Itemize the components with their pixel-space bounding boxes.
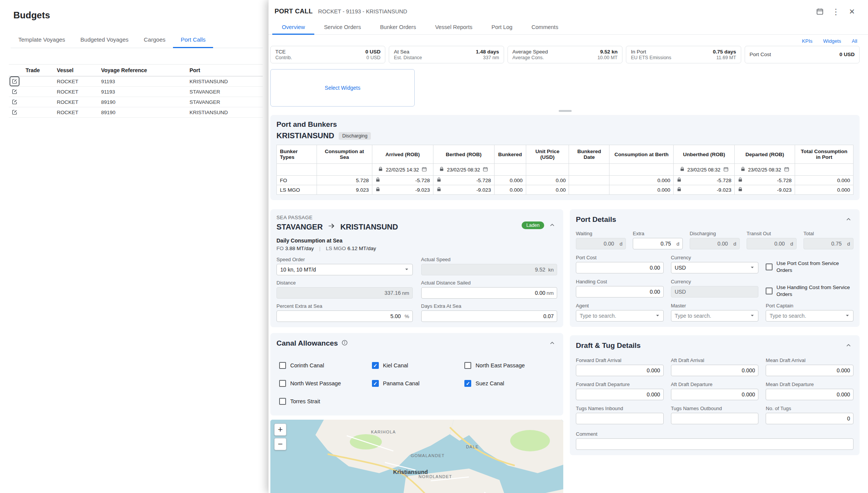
currency-select[interactable]: USD: [671, 262, 759, 273]
kebab-menu-icon[interactable]: ⋮: [831, 6, 841, 17]
info-icon[interactable]: [341, 339, 348, 348]
arrived-datetime[interactable]: 22/02/25 14:32: [372, 164, 433, 176]
tab-cargoes[interactable]: Cargoes: [136, 31, 173, 48]
calendar-icon[interactable]: [422, 166, 427, 173]
forward-draft-arrival-input[interactable]: [576, 365, 664, 376]
checkbox-panama-canal[interactable]: Panama Canal: [372, 380, 465, 387]
kpi-in-port: In Port0.75 days EU ETS Emissions11.69 M…: [626, 46, 741, 63]
arrow-right-icon: [327, 222, 336, 232]
table-row[interactable]: ROCKET 91193 KRISTIANSUND: [9, 76, 263, 87]
zoom-in-button[interactable]: +: [274, 423, 286, 436]
departed-datetime[interactable]: 23/02/25 08:32: [735, 164, 795, 176]
zoom-out-button[interactable]: −: [274, 438, 286, 450]
link-widgets[interactable]: Widgets: [823, 38, 841, 44]
discharging-input[interactable]: [690, 238, 740, 249]
checkbox-kiel-canal[interactable]: Kiel Canal: [372, 362, 465, 369]
table-row[interactable]: ROCKET 91193 STAVANGER: [9, 87, 263, 97]
tab-port-log[interactable]: Port Log: [482, 20, 522, 34]
aft-draft-departure-input[interactable]: [671, 389, 759, 400]
aft-draft-arrival-input[interactable]: [671, 365, 759, 376]
kpi-cards: TCE0 USD Contrib.0 USD At Sea1.48 days E…: [270, 46, 860, 63]
actual-distance-sailed-input[interactable]: [421, 287, 558, 299]
kpi-average-speed: Average Speed9.52 kn Average Cons.10.00 …: [508, 46, 622, 63]
table-row[interactable]: ROCKET 89190 KRISTIANSUND: [9, 107, 263, 118]
tugs-names-outbound-input[interactable]: [671, 413, 759, 424]
speed-order-select[interactable]: 10 kn, 10 MT/d: [276, 264, 413, 275]
master-select[interactable]: Type to search.: [671, 310, 759, 322]
forward-draft-departure-input[interactable]: [576, 389, 664, 400]
lock-icon: [375, 187, 380, 193]
from-port: STAVANGER: [276, 223, 323, 231]
tab-overview[interactable]: Overview: [272, 20, 314, 34]
calendar-icon[interactable]: [723, 166, 729, 173]
collapse-chevron-icon[interactable]: [547, 338, 557, 348]
handling-cost-input[interactable]: [576, 286, 664, 297]
checkbox-corinth-canal[interactable]: Corinth Canal: [279, 362, 372, 369]
close-icon[interactable]: ✕: [847, 6, 857, 17]
tab-budgeted-voyages[interactable]: Budgeted Voyages: [73, 31, 136, 48]
mean-draft-departure-input[interactable]: [766, 389, 853, 400]
edit-icon[interactable]: [10, 98, 19, 106]
collapse-chevron-icon[interactable]: [844, 215, 853, 225]
berthed-datetime[interactable]: 23/02/25 08:32: [433, 164, 494, 176]
edit-icon[interactable]: [10, 108, 19, 116]
lock-icon: [378, 166, 383, 173]
tab-template-voyages[interactable]: Template Voyages: [11, 31, 73, 48]
bunker-row-lsmgo: LS MGO 9.023 -9.023 -9.023 0.000 0.00 0.…: [277, 185, 853, 195]
section-title: Draft & Tug Details: [576, 341, 641, 350]
tab-bunker-orders[interactable]: Bunker Orders: [370, 20, 425, 34]
tab-vessel-reports[interactable]: Vessel Reports: [425, 20, 482, 34]
link-kpis[interactable]: KPIs: [802, 38, 812, 44]
total-input[interactable]: [803, 238, 853, 249]
checkbox-north-east-passage[interactable]: North East Passage: [464, 362, 557, 369]
drawer-resize-handle[interactable]: [559, 110, 572, 112]
use-port-cost-checkbox[interactable]: Use Port Cost from Service Orders: [766, 260, 853, 273]
table-row[interactable]: ROCKET 89190 STAVANGER: [9, 97, 263, 107]
calendar-icon[interactable]: [784, 166, 789, 173]
budgets-page: Budgets Template Voyages Budgeted Voyage…: [0, 0, 268, 493]
distance-input[interactable]: [276, 287, 413, 299]
agent-select[interactable]: Type to search.: [576, 310, 664, 322]
tab-comments[interactable]: Comments: [522, 20, 568, 34]
edit-icon[interactable]: [10, 77, 19, 86]
no-of-tugs-input[interactable]: [766, 413, 853, 424]
page-title: Budgets: [0, 0, 268, 21]
draft-tug-section: Draft & Tug Details Forward Draft Arriva…: [570, 335, 860, 455]
tab-port-calls[interactable]: Port Calls: [173, 31, 213, 48]
handling-currency-select: USD: [671, 286, 759, 297]
checkbox-torres-strait[interactable]: Torres Strait: [279, 398, 372, 405]
status-badge: Discharging: [339, 132, 371, 140]
kpi-port-cost: Port Cost0 USD: [745, 46, 860, 63]
actual-speed-input[interactable]: [421, 264, 558, 275]
calendar-icon[interactable]: [815, 6, 825, 17]
lock-icon: [436, 187, 441, 193]
port-map[interactable]: KARIHOLA DALE GOMALANDET Kristiansund NO…: [270, 420, 563, 493]
daily-consumption-values: FO3.88 MT/day | LS MGO6.12 MT/day: [276, 246, 557, 251]
link-all[interactable]: All: [852, 38, 857, 44]
use-handling-cost-checkbox[interactable]: Use Handling Cost from Service Orders: [766, 284, 853, 297]
collapse-chevron-icon[interactable]: [547, 220, 557, 230]
port-and-bunkers-section: Port and Bunkers KRISTIANSUND Dischargin…: [270, 115, 860, 200]
mean-draft-arrival-input[interactable]: [766, 365, 853, 376]
unberthed-datetime[interactable]: 23/02/25 08:32: [674, 164, 735, 176]
checkbox-north-west-passage[interactable]: North West Passage: [279, 380, 372, 387]
port-captain-select[interactable]: Type to search.: [766, 310, 853, 322]
percent-extra-at-sea-input[interactable]: [276, 310, 413, 322]
edit-icon[interactable]: [10, 87, 19, 96]
tab-service-orders[interactable]: Service Orders: [314, 20, 370, 34]
section-title: Canal Allowances: [276, 339, 338, 348]
checkbox-suez-canal[interactable]: Suez Canal: [464, 380, 557, 387]
port-cost-input[interactable]: [576, 262, 664, 273]
chevron-down-icon: [844, 312, 851, 320]
days-extra-at-sea-input[interactable]: [421, 310, 558, 322]
extra-input[interactable]: [633, 238, 683, 249]
transit-out-input[interactable]: [747, 238, 797, 249]
waiting-input[interactable]: [576, 238, 626, 249]
port-calls-table: Trade Vessel Voyage Reference Port ROCKE…: [9, 64, 263, 118]
tugs-names-inbound-input[interactable]: [576, 413, 664, 424]
comment-input[interactable]: [576, 438, 853, 450]
lock-icon: [738, 177, 743, 183]
collapse-chevron-icon[interactable]: [844, 341, 853, 351]
select-widgets-link[interactable]: Select Widgets: [325, 85, 360, 91]
calendar-icon[interactable]: [483, 166, 488, 173]
